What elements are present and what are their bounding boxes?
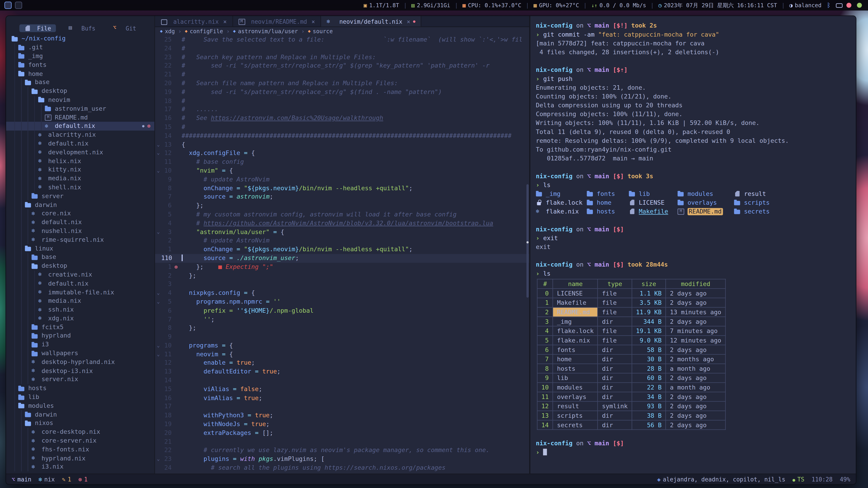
code-line[interactable]: 15# bbox=[155, 123, 529, 132]
tree-item[interactable]: alacritty.nix bbox=[6, 130, 154, 139]
tree-item[interactable]: nixos bbox=[6, 419, 154, 428]
tree-item[interactable]: nushell.nix bbox=[6, 227, 154, 235]
tree-item[interactable]: default.nix bbox=[6, 279, 154, 288]
code-line[interactable]: 11 # base config bbox=[155, 158, 529, 166]
close-icon[interactable]: × bbox=[407, 18, 410, 25]
code-line[interactable]: 6 prefix = ''${HOME}/.npm-global bbox=[155, 306, 529, 315]
code-line[interactable]: 1⊗ }; ■ Expecting ";" bbox=[155, 263, 529, 271]
code-line[interactable]: 8 }; bbox=[155, 324, 529, 332]
breadcrumb-item[interactable]: ◆configFile bbox=[185, 28, 223, 34]
tree-item[interactable]: neovim bbox=[6, 96, 154, 104]
fold-icon[interactable]: ⌄ bbox=[155, 341, 162, 350]
explorer-tab-git[interactable]: Git bbox=[108, 24, 141, 32]
tree-item[interactable]: ~/nix-config bbox=[6, 34, 154, 43]
tree-item[interactable]: xdg.nix bbox=[6, 314, 154, 323]
code-line[interactable]: 7 source = astronvim; bbox=[155, 193, 529, 201]
buffer-tab[interactable]: neovim/default.nix×● bbox=[321, 16, 421, 27]
code-area[interactable]: 25# Save the selected text to a file: `:… bbox=[155, 35, 529, 474]
code-line[interactable]: 14 bbox=[155, 376, 529, 385]
close-icon[interactable]: × bbox=[311, 18, 315, 25]
scrollbar[interactable] bbox=[526, 36, 529, 473]
code-line[interactable]: 22 # currently we use lazy.nvim as neovi… bbox=[155, 446, 529, 455]
code-line[interactable]: 18# bbox=[155, 97, 529, 105]
tree-item[interactable]: README.md bbox=[6, 113, 154, 122]
code-line[interactable]: 12 enable = true; bbox=[155, 359, 529, 367]
tree-item[interactable]: default.nix bbox=[6, 218, 154, 227]
code-line[interactable]: 2 # update AstroNvim bbox=[155, 236, 529, 246]
tree-item[interactable]: media.nix bbox=[6, 296, 154, 305]
tree-item[interactable]: desktop-i3.nix bbox=[6, 366, 154, 375]
fold-icon[interactable]: ⌄ bbox=[155, 289, 162, 298]
code-line[interactable]: ⌄3 "astronvim/lua/user" = { bbox=[155, 228, 529, 236]
tree-item[interactable]: ssh.nix bbox=[6, 305, 154, 314]
tree-item[interactable]: media.nix bbox=[6, 174, 154, 183]
close-icon[interactable]: × bbox=[223, 18, 226, 25]
fold-icon[interactable]: ⌄ bbox=[155, 140, 162, 149]
tree-item[interactable]: i3.nix bbox=[6, 462, 154, 471]
tree-item[interactable]: base bbox=[6, 78, 154, 87]
tree-item[interactable]: base bbox=[6, 253, 154, 262]
tree-item[interactable]: core-server.nix bbox=[6, 436, 154, 445]
tree-item[interactable]: linux bbox=[6, 244, 154, 253]
code-line[interactable]: ⌄11 neovim = { bbox=[155, 350, 529, 359]
fold-icon[interactable]: ⌄ bbox=[155, 297, 162, 306]
tree-item[interactable]: hyprland bbox=[6, 331, 154, 340]
code-line[interactable]: ⌄12 xdg.configFile = { bbox=[155, 149, 529, 158]
code-line[interactable]: 24# bbox=[155, 44, 529, 53]
code-line[interactable]: 25# Save the selected text to a file: `:… bbox=[155, 35, 529, 44]
status-icon[interactable] bbox=[857, 2, 864, 9]
code-line[interactable]: 20# Search file name pattern and Replace… bbox=[155, 79, 529, 88]
tree-item[interactable]: development.nix bbox=[6, 148, 154, 157]
code-line[interactable]: 5 # my cusotom astronvim config, astronv… bbox=[155, 210, 529, 219]
code-line[interactable]: ⌄5 programs.npm.npmrc = '' bbox=[155, 297, 529, 306]
buffer-tab[interactable]: alacritty.nix× bbox=[155, 16, 233, 27]
code-line[interactable]: 9 bbox=[155, 332, 529, 341]
breadcrumb-item[interactable]: ◆astronvim/lua/user bbox=[233, 28, 298, 34]
code-line[interactable]: 22# sed -ri "s/pattern_str/replace_str/g… bbox=[155, 62, 529, 70]
tree-item[interactable]: modules bbox=[6, 401, 154, 410]
tree-item[interactable]: lib bbox=[6, 393, 154, 401]
code-line[interactable]: ⌄23 plugins = with pkgs.vimPlugins; [ bbox=[155, 455, 529, 464]
tree-item[interactable]: core-desktop.nix bbox=[6, 428, 154, 436]
tree-item[interactable]: shell.nix bbox=[6, 183, 154, 192]
tree-item[interactable]: hyprland.nix bbox=[6, 454, 154, 463]
fold-icon[interactable]: ⌄ bbox=[155, 350, 162, 359]
code-line[interactable]: 3 bbox=[155, 280, 529, 289]
code-line[interactable]: 16# See https://astronvim.com/Basic%20Us… bbox=[155, 114, 529, 123]
code-line[interactable]: 17 bbox=[155, 402, 529, 412]
code-line[interactable]: 23# Search key pattern and Replace in Mu… bbox=[155, 53, 529, 62]
tree-item[interactable]: default.nix bbox=[6, 139, 154, 148]
code-line[interactable]: 21 bbox=[155, 437, 529, 446]
code-line[interactable]: ⌄13{ bbox=[155, 140, 529, 149]
tree-item[interactable]: default.nix●⊗ bbox=[6, 122, 154, 131]
tree-item[interactable]: server.nix bbox=[6, 375, 154, 384]
code-line[interactable]: 8 onChange = "${pkgs.neovim}/bin/nvim --… bbox=[155, 184, 529, 193]
tree-item[interactable]: desktop bbox=[6, 262, 154, 270]
tree-item[interactable]: desktop bbox=[6, 87, 154, 96]
tree-item[interactable]: hosts bbox=[6, 384, 154, 393]
code-line[interactable]: 110 source = ./astronvim_user; bbox=[155, 254, 529, 263]
tree-item[interactable]: server bbox=[6, 192, 154, 200]
code-line[interactable]: ⌄10 programs = { bbox=[155, 341, 529, 350]
code-line[interactable]: 15 viAlias = false; bbox=[155, 385, 529, 394]
code-line[interactable]: 20 extraPackages = []; bbox=[155, 429, 529, 437]
tree-item[interactable]: home bbox=[6, 69, 154, 78]
fold-icon[interactable]: ⌄ bbox=[155, 166, 162, 175]
code-line[interactable]: 18 withPython3 = true; bbox=[155, 411, 529, 420]
tree-item[interactable]: rime-squirrel.nix bbox=[6, 235, 154, 244]
code-line[interactable]: 21# bbox=[155, 70, 529, 79]
tree-item[interactable]: helix.nix bbox=[6, 157, 154, 165]
tree-item[interactable]: core.nix bbox=[6, 209, 154, 218]
tree-item[interactable]: fonts bbox=[6, 61, 154, 69]
tree-item[interactable]: fcitx5 bbox=[6, 323, 154, 331]
code-line[interactable]: 19 withNodeJs = true; bbox=[155, 420, 529, 429]
code-line[interactable]: 24 # search all the plugins using https:… bbox=[155, 464, 529, 473]
code-line[interactable]: 16 vimAlias = true; bbox=[155, 394, 529, 402]
tree-item[interactable]: astronvim_user bbox=[6, 104, 154, 113]
tree-item[interactable]: creative.nix bbox=[6, 270, 154, 279]
tree-item[interactable]: i3 bbox=[6, 340, 154, 349]
code-line[interactable]: 14######################################… bbox=[155, 131, 529, 140]
code-line[interactable]: 6 }; bbox=[155, 201, 529, 210]
input-method-icon[interactable] bbox=[846, 2, 853, 9]
code-line[interactable]: 4 # https://github.com/AstroNvim/AstroNv… bbox=[155, 219, 529, 228]
